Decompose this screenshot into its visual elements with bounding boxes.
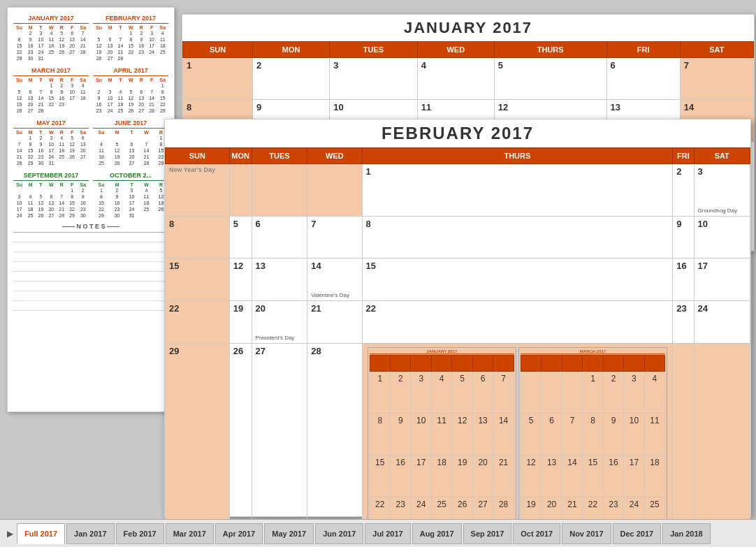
table-row: 23	[673, 301, 694, 344]
table-row: 12	[229, 258, 252, 301]
table-row: 19	[229, 301, 252, 344]
table-row: 22	[166, 301, 230, 344]
january-title: JANUARY 2017	[182, 15, 754, 41]
table-row: 28	[307, 344, 362, 520]
table-row	[229, 164, 252, 217]
mini-apr: APRIL 2017 SuMTWRFSa 1 2345678 910111213…	[93, 66, 168, 114]
mini-oct: OCTOBER 2... SuMTWR 12345 89101112 15161…	[93, 170, 168, 219]
tab-may-2017[interactable]: May 2017	[264, 523, 314, 544]
tab-jul-2017[interactable]: Jul 2017	[365, 523, 410, 544]
mini-jan: JANUARY 2017 SuMTWRFSa 234567 8910111213…	[13, 13, 89, 61]
table-row: 17	[694, 258, 750, 301]
table-row: 7	[307, 217, 362, 258]
february-calendar: SUN MON TUES WED THURS FRI SAT New Year'…	[165, 147, 750, 519]
table-row: 1	[183, 58, 253, 100]
february-title: FEBRUARY 2017	[165, 119, 750, 147]
tab-feb-2017[interactable]: Feb 2017	[116, 523, 164, 544]
mini-feb: FEBRUARY 2017 SuMTWRFSa 1234 567891011 1…	[93, 13, 168, 61]
table-row: 26	[229, 344, 252, 520]
tab-full-2017[interactable]: Full 2017	[17, 523, 65, 544]
table-row: 15	[166, 258, 230, 301]
tab-jan-2018[interactable]: Jan 2018	[662, 523, 710, 544]
tab-scroll-left[interactable]: ▶	[3, 523, 17, 544]
table-row: 5	[494, 58, 606, 100]
table-row: 4	[417, 58, 494, 100]
table-row: 29	[166, 344, 230, 520]
tab-jun-2017[interactable]: Jun 2017	[315, 523, 363, 544]
table-row: 20President's Day	[252, 301, 307, 344]
table-row: 21	[307, 301, 362, 344]
table-row: 27	[252, 344, 307, 520]
tab-dec-2017[interactable]: Dec 2017	[613, 523, 662, 544]
table-row	[307, 164, 362, 217]
table-row	[694, 344, 750, 520]
table-row: 10	[694, 217, 750, 258]
tab-apr-2017[interactable]: Apr 2017	[215, 523, 263, 544]
table-row: 7	[680, 58, 753, 100]
table-row: JANUARY 2017 SuMTWRFSa 1234567 891011121…	[362, 344, 673, 520]
tab-jan-2017[interactable]: Jan 2017	[66, 523, 114, 544]
table-row: 8	[166, 217, 230, 258]
tab-mar-2017[interactable]: Mar 2017	[166, 523, 214, 544]
tab-nov-2017[interactable]: Nov 2017	[562, 523, 611, 544]
table-row: 2	[673, 164, 694, 217]
mini-sep: SEPTEMBER 2017 SuMTWRFSa 12 3456789 1011…	[13, 170, 89, 219]
table-row: 3	[330, 58, 417, 100]
table-row: 3Groundhog Day	[694, 164, 750, 217]
mini-may: MAY 2017 SuMTWRFSa 123456 78910111213 14…	[13, 118, 89, 166]
full-year-page: JANUARY 2017 SuMTWRFSa 234567 8910111213…	[7, 7, 175, 412]
table-row: 8	[362, 217, 673, 258]
table-row: 14Valentine's Day	[307, 258, 362, 301]
table-row: 6	[606, 58, 680, 100]
table-row: New Year's Day	[166, 164, 230, 217]
table-row: 9	[673, 217, 694, 258]
year-mini-grid: JANUARY 2017 SuMTWRFSa 234567 8910111213…	[13, 13, 168, 219]
tab-oct-2017[interactable]: Oct 2017	[513, 523, 560, 544]
tab-sep-2017[interactable]: Sep 2017	[463, 523, 512, 544]
table-row: 13	[252, 258, 307, 301]
table-row: 24	[694, 301, 750, 344]
mini-jun: JUNE 2017 SuMTWR 1 45678 1112131415 1819…	[93, 118, 168, 166]
year-notes: —— N O T E S ——	[13, 223, 168, 311]
table-row	[673, 344, 694, 520]
tab-bar: ▶ Full 2017 Jan 2017 Feb 2017 Mar 2017 A…	[0, 519, 756, 547]
table-row	[252, 164, 307, 217]
table-row: 5	[229, 217, 252, 258]
table-row: 22	[362, 301, 673, 344]
february-page: FEBRUARY 2017 SUN MON TUES WED THURS FRI…	[164, 119, 751, 517]
table-row: 16	[673, 258, 694, 301]
table-row: 2	[253, 58, 330, 100]
tab-aug-2017[interactable]: Aug 2017	[412, 523, 462, 544]
table-row: 1	[362, 164, 673, 217]
table-row: 15	[362, 258, 673, 301]
table-row: 6	[252, 217, 307, 258]
mini-mar: MARCH 2017 SuMTWRFSa 1234 567891011 1213…	[13, 66, 89, 114]
main-area: JANUARY 2017 SuMTWRFSa 234567 8910111213…	[0, 0, 756, 519]
